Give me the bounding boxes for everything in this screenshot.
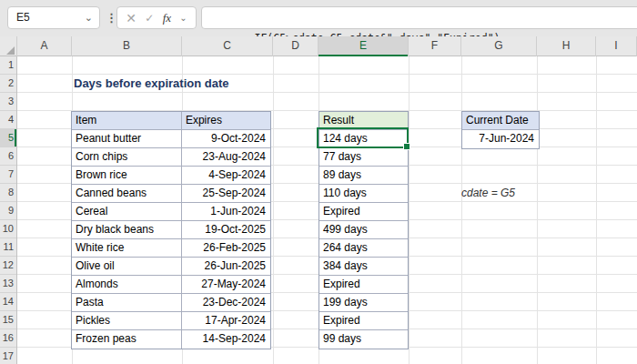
item-cell[interactable]: Brown rice [72, 167, 182, 184]
row-header-9[interactable]: 9 [0, 202, 16, 220]
column-header-C[interactable]: C [182, 36, 273, 56]
expires-cell[interactable]: 1-Jun-2024 [182, 203, 270, 220]
item-table-header-row: Item Expires [72, 112, 270, 130]
result-cell[interactable]: 264 days [319, 239, 408, 257]
result-cell[interactable]: 77 days [319, 148, 408, 166]
row-header-6[interactable]: 6 [0, 147, 16, 166]
table-row: 384 days [319, 258, 408, 276]
table-row: White rice 26-Feb-2025 [72, 239, 270, 258]
item-cell[interactable]: Canned beans [72, 185, 182, 202]
row-header-7[interactable]: 7 [0, 166, 16, 184]
item-cell[interactable]: Frozen peas [72, 330, 182, 349]
expires-cell[interactable]: 19-Oct-2025 [182, 221, 270, 238]
result-cell[interactable]: Expired [319, 276, 408, 293]
column-header-E[interactable]: E [318, 36, 409, 56]
item-cell[interactable]: Peanut butter [72, 130, 182, 147]
column-header-B[interactable]: B [72, 36, 182, 56]
table-row: Canned beans 25-Sep-2024 [72, 185, 270, 203]
result-header-row: Result [319, 112, 408, 130]
expires-cell[interactable]: 25-Sep-2024 [182, 185, 270, 202]
expires-cell[interactable]: 26-Feb-2025 [182, 239, 270, 257]
column-header-G[interactable]: G [461, 36, 537, 56]
formula-bar: E5 ⌄ ⋮ ✕ ✓ fx ⌄ =IF(C5>cdate,C5-cdate&" … [0, 0, 637, 36]
name-box[interactable]: E5 ⌄ [7, 6, 100, 29]
row-header-17[interactable]: 17 [0, 348, 16, 364]
sheet-grid[interactable]: Days before expiration date Item Expires… [17, 56, 637, 364]
table-row: 124 days [319, 130, 408, 148]
table-row: Pickles 17-Apr-2024 [72, 312, 270, 330]
row-header-16[interactable]: 16 [0, 329, 16, 348]
table-row: Expired [319, 276, 408, 294]
cancel-icon[interactable]: ✕ [126, 11, 136, 25]
expires-header-cell[interactable]: Expires [182, 112, 270, 129]
table-row: 77 days [319, 148, 408, 167]
formula-buttons: ✕ ✓ fx ⌄ [116, 6, 197, 29]
result-cell[interactable]: 89 days [319, 167, 408, 184]
item-cell[interactable]: Dry black beans [72, 221, 182, 238]
result-cell[interactable]: 384 days [319, 258, 408, 275]
table-row: 110 days [319, 185, 408, 203]
chevron-down-icon[interactable]: ⌄ [85, 7, 93, 28]
row-header-12[interactable]: 12 [0, 257, 16, 275]
chevron-down-icon[interactable]: ⌄ [179, 13, 187, 23]
table-row: Corn chips 23-Aug-2024 [72, 148, 270, 167]
row-header-13[interactable]: 13 [0, 275, 16, 293]
table-row: 264 days [319, 239, 408, 258]
excel-window: E5 ⌄ ⋮ ✕ ✓ fx ⌄ =IF(C5>cdate,C5-cdate&" … [0, 0, 637, 364]
table-row: Frozen peas 14-Sep-2024 [72, 330, 270, 349]
row-header-11[interactable]: 11 [0, 238, 16, 257]
expires-cell[interactable]: 27-May-2024 [182, 276, 270, 293]
column-header-F[interactable]: F [409, 36, 461, 56]
result-cell[interactable]: Expired [319, 203, 408, 220]
row-header-5[interactable]: 5 [0, 129, 16, 147]
result-table: Result 124 days 77 days 89 days 110 days… [318, 111, 409, 349]
insert-function-icon[interactable]: fx [163, 11, 171, 25]
select-all-corner[interactable] [0, 36, 17, 56]
row-header-8[interactable]: 8 [0, 184, 16, 202]
item-cell[interactable]: Cereal [72, 203, 182, 220]
item-cell[interactable]: Almonds [72, 276, 182, 293]
result-cell[interactable]: 124 days [319, 130, 408, 147]
row-header-10[interactable]: 10 [0, 220, 16, 238]
expires-cell[interactable]: 4-Sep-2024 [182, 167, 270, 184]
item-cell[interactable]: Pickles [72, 312, 182, 329]
expires-cell[interactable]: 14-Sep-2024 [182, 330, 270, 349]
expires-cell[interactable]: 26-Jun-2025 [182, 258, 270, 275]
result-cell[interactable]: Expired [319, 312, 408, 329]
column-header-A[interactable]: A [17, 36, 72, 56]
row-header-4[interactable]: 4 [0, 111, 16, 129]
enter-icon[interactable]: ✓ [145, 12, 154, 25]
expires-cell[interactable]: 23-Dec-2024 [182, 294, 270, 311]
result-cell[interactable]: 99 days [319, 330, 408, 349]
expires-cell[interactable]: 17-Apr-2024 [182, 312, 270, 329]
item-cell[interactable]: Olive oil [72, 258, 182, 275]
current-date-cell[interactable]: 7-Jun-2024 [462, 130, 539, 148]
item-cell[interactable]: Corn chips [72, 148, 182, 166]
sheet-title: Days before expiration date [74, 75, 229, 93]
result-cell[interactable]: 499 days [319, 221, 408, 238]
row-header-2[interactable]: 2 [0, 75, 16, 93]
table-row: Brown rice 4-Sep-2024 [72, 167, 270, 185]
formula-input[interactable]: =IF(C5>cdate,C5-cdate&" days","Expired") [201, 6, 637, 29]
row-header-14[interactable]: 14 [0, 293, 16, 311]
item-header-cell[interactable]: Item [72, 112, 182, 129]
row-header-3[interactable]: 3 [0, 93, 16, 111]
expires-cell[interactable]: 9-Oct-2024 [182, 130, 270, 147]
expires-cell[interactable]: 23-Aug-2024 [182, 148, 270, 166]
result-cell[interactable]: 199 days [319, 294, 408, 311]
select-all-triangle-icon [6, 46, 15, 55]
table-row: Almonds 27-May-2024 [72, 276, 270, 294]
item-cell[interactable]: Pasta [72, 294, 182, 311]
item-cell[interactable]: White rice [72, 239, 182, 257]
current-date-header-row: Current Date [462, 112, 539, 130]
column-header-H[interactable]: H [537, 36, 596, 56]
column-header-D[interactable]: D [273, 36, 318, 56]
row-header-1[interactable]: 1 [0, 56, 16, 75]
current-date-header-cell[interactable]: Current Date [462, 112, 539, 129]
column-header-I[interactable]: I [596, 36, 637, 56]
name-box-value: E5 [16, 11, 30, 24]
row-header-15[interactable]: 15 [0, 311, 16, 329]
result-header-cell[interactable]: Result [319, 112, 408, 129]
table-row: Dry black beans 19-Oct-2025 [72, 221, 270, 239]
result-cell[interactable]: 110 days [319, 185, 408, 202]
